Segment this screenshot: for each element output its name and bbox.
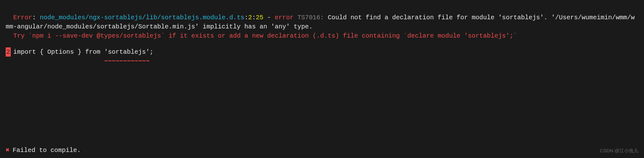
error-line-number: 2 — [248, 14, 252, 21]
error-dash: - — [263, 14, 275, 21]
failed-text: Failed to compile. — [13, 146, 81, 155]
error-colon3: : — [252, 14, 256, 21]
error-suggestion: Try `npm i --save-dev @types/sortablejs`… — [6, 31, 638, 40]
code-content: import { Options } from 'sortablejs'; — [13, 47, 153, 57]
error-colon: : — [32, 14, 40, 21]
watermark: CSDN @江小虫儿 — [600, 147, 638, 154]
code-error-underline: ~~~~~~~~~~~~ — [6, 57, 638, 66]
cross-icon: ✖ — [6, 146, 9, 155]
failed-compile-line: ✖ Failed to compile. — [6, 146, 81, 155]
code-line-number: 2 — [6, 47, 11, 57]
error-space — [294, 14, 297, 21]
error-code: TS7016: — [297, 14, 324, 21]
code-snippet-line: 2 import { Options } from 'sortablejs'; — [6, 47, 638, 57]
error-message-block: Error: node_modules/ngx-sortablejs/lib/s… — [6, 4, 638, 31]
error-filepath: node_modules/ngx-sortablejs/lib/sortable… — [40, 14, 244, 21]
error-colon2: : — [244, 14, 248, 21]
error-prefix: Error — [13, 14, 32, 21]
error-word: error — [275, 14, 294, 21]
error-column-number: 25 — [256, 14, 263, 21]
